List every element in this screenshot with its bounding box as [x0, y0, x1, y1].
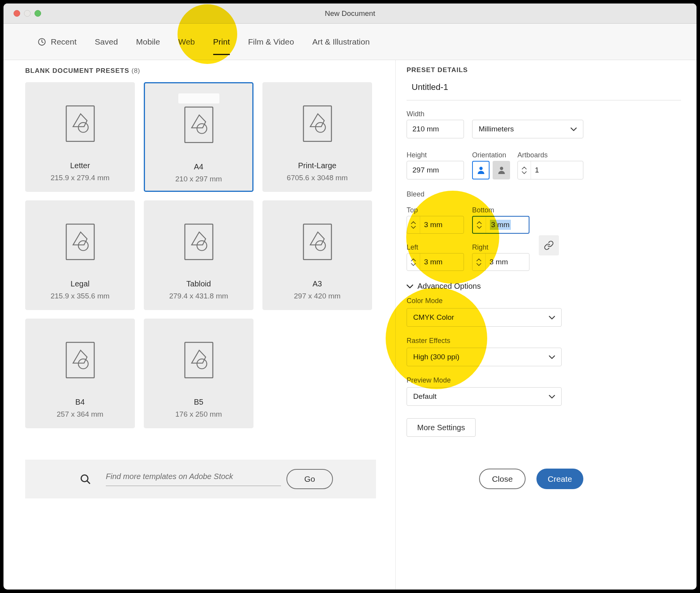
preset-card-letter[interactable]: Letter 215.9 x 279.4 mm — [25, 82, 135, 192]
artboards-stepper[interactable]: 1 — [517, 161, 583, 179]
advanced-options-toggle[interactable]: Advanced Options — [407, 282, 481, 291]
preset-dims: 215.9 x 279.4 mm — [50, 174, 109, 182]
units-dropdown[interactable]: Millimeters — [472, 120, 583, 138]
chevron-down-icon — [407, 284, 413, 288]
artboards-value: 1 — [535, 166, 539, 174]
bleed-top-stepper[interactable] — [407, 216, 420, 233]
more-settings-button[interactable]: More Settings — [407, 418, 476, 437]
create-button[interactable]: Create — [536, 469, 583, 489]
color-mode-label: Color Mode — [407, 297, 443, 305]
bleed-right-input[interactable]: 3 mm — [472, 253, 529, 271]
preset-card-legal[interactable]: Legal 215.9 x 355.6 mm — [25, 200, 135, 310]
chevron-down-icon — [549, 395, 555, 398]
link-icon — [544, 240, 554, 250]
new-document-dialog: New Document Recent Saved Mobile Web Pri… — [3, 3, 697, 590]
create-button-label: Create — [548, 474, 572, 484]
orientation-label: Orientation — [472, 151, 506, 159]
preset-dims: 215.9 x 355.6 mm — [50, 292, 109, 300]
zoom-window-button[interactable] — [34, 10, 41, 17]
tab-art-illustration[interactable]: Art & Illustration — [312, 24, 370, 60]
stock-search-placeholder: Find more templates on Adobe Stock — [106, 472, 233, 481]
window-title: New Document — [325, 9, 375, 18]
chevron-down-icon — [549, 316, 555, 319]
more-settings-label: More Settings — [417, 423, 465, 432]
stock-search-bar: Find more templates on Adobe Stock Go — [25, 460, 376, 498]
preset-name: A3 — [312, 279, 322, 288]
tab-label: Web — [178, 37, 195, 47]
chevron-up-icon — [411, 259, 416, 261]
minimize-window-button[interactable] — [24, 10, 31, 17]
preset-name: B4 — [75, 398, 84, 407]
preset-dims: 279.4 x 431.8 mm — [169, 292, 228, 300]
document-icon — [65, 105, 95, 144]
preview-mode-dropdown[interactable]: Default — [407, 387, 562, 406]
orientation-portrait-button[interactable] — [472, 161, 490, 179]
width-label: Width — [407, 110, 424, 118]
preset-name: Tabloid — [186, 279, 211, 288]
bleed-bottom-input[interactable]: 3 mm — [472, 216, 529, 234]
preset-details-heading: PRESET DETAILS — [407, 66, 468, 74]
chevron-up-icon — [411, 221, 416, 224]
bleed-top-label: Top — [407, 206, 418, 214]
panel-divider — [395, 60, 396, 590]
bleed-right-label: Right — [472, 243, 488, 252]
bleed-link-button[interactable] — [539, 235, 559, 255]
chevron-up-icon — [522, 167, 527, 169]
portrait-person-icon — [476, 165, 486, 175]
preset-card-tabloid[interactable]: Tabloid 279.4 x 431.8 mm — [144, 200, 253, 310]
tab-label: Mobile — [136, 37, 160, 47]
height-input[interactable]: 297 mm — [407, 161, 464, 179]
bleed-bottom-label: Bottom — [472, 206, 494, 214]
presets-heading-text: BLANK DOCUMENT PRESETS — [25, 67, 129, 74]
bleed-left-stepper[interactable] — [407, 253, 420, 271]
close-window-button[interactable] — [14, 10, 20, 17]
title-bar: New Document — [3, 3, 697, 24]
landscape-person-icon — [497, 165, 506, 175]
bleed-left-value: 3 mm — [424, 258, 443, 266]
document-icon — [184, 341, 214, 381]
bleed-bottom-value: 3 mm — [490, 220, 511, 230]
chevron-down-icon — [476, 263, 481, 266]
bleed-top-input[interactable]: 3 mm — [407, 216, 464, 234]
tab-recent[interactable]: Recent — [38, 24, 77, 60]
preset-card-b4[interactable]: B4 257 x 364 mm — [25, 319, 135, 428]
orientation-landscape-button[interactable] — [493, 161, 510, 179]
presets-count: (8) — [131, 67, 140, 74]
preset-card-b5[interactable]: B5 176 x 250 mm — [144, 319, 253, 428]
go-button[interactable]: Go — [286, 469, 333, 489]
tab-saved[interactable]: Saved — [95, 24, 118, 60]
document-icon — [65, 341, 95, 381]
tab-mobile[interactable]: Mobile — [136, 24, 160, 60]
raster-effects-value: High (300 ppi) — [413, 353, 549, 361]
preset-dims: 297 x 420 mm — [294, 292, 340, 300]
raster-effects-label: Raster Effects — [407, 337, 450, 345]
color-mode-value: CMYK Color — [413, 313, 549, 322]
units-value: Millimeters — [479, 125, 571, 133]
preset-card-print-large[interactable]: Print-Large 6705.6 x 3048 mm — [262, 82, 372, 192]
document-icon — [65, 223, 95, 262]
bleed-right-stepper[interactable] — [472, 253, 486, 271]
preset-card-a4[interactable]: A4 210 x 297 mm — [144, 82, 253, 192]
document-icon — [302, 223, 333, 262]
bleed-bottom-stepper[interactable] — [473, 217, 486, 233]
preset-dims: 6705.6 x 3048 mm — [287, 174, 348, 182]
tab-label: Recent — [51, 37, 77, 47]
name-underline — [407, 100, 681, 100]
tab-print[interactable]: Print — [213, 24, 230, 60]
bleed-left-input[interactable]: 3 mm — [407, 253, 464, 271]
width-input[interactable]: 210 mm — [407, 120, 464, 138]
document-icon — [302, 105, 333, 144]
artboards-stepper-arrows[interactable] — [518, 161, 531, 179]
artboards-label: Artboards — [517, 151, 548, 159]
color-mode-dropdown[interactable]: CMYK Color — [407, 308, 562, 327]
tab-web[interactable]: Web — [178, 24, 195, 60]
tab-film-video[interactable]: Film & Video — [248, 24, 294, 60]
preset-card-a3[interactable]: A3 297 x 420 mm — [262, 200, 372, 310]
bleed-label: Bleed — [407, 190, 424, 198]
document-name-field[interactable]: Untitled-1 — [412, 82, 448, 92]
preset-name: Print-Large — [298, 161, 336, 170]
stock-search-input[interactable]: Find more templates on Adobe Stock — [106, 472, 281, 486]
raster-effects-dropdown[interactable]: High (300 ppi) — [407, 348, 562, 366]
preset-dims: 210 x 297 mm — [175, 175, 222, 183]
close-button[interactable]: Close — [479, 469, 526, 489]
